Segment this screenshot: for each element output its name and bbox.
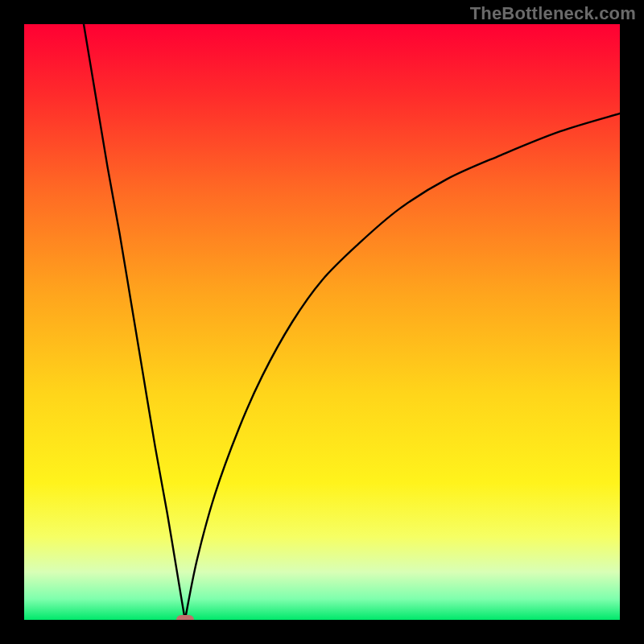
plot-area (24, 24, 620, 620)
min-marker (176, 615, 194, 620)
curve-left (84, 24, 185, 620)
curve-right (185, 114, 620, 620)
chart-frame: TheBottleneck.com (0, 0, 644, 644)
watermark-text: TheBottleneck.com (470, 3, 636, 24)
curve-layer (24, 24, 620, 620)
